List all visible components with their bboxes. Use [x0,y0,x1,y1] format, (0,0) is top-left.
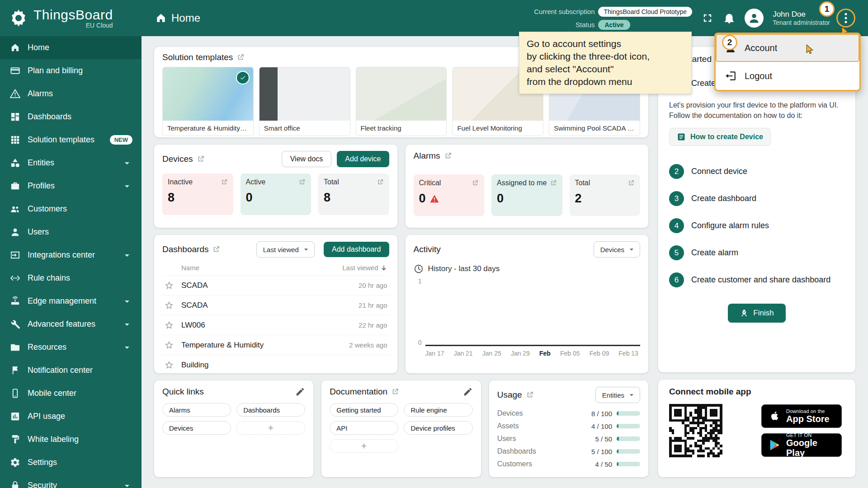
logout-icon [725,70,736,82]
activity-entity-select[interactable]: Devices [594,241,640,258]
sidebar-item-solution-templates[interactable]: Solution templatesNEW [0,128,142,151]
sidebar-item-entities[interactable]: Entities [0,151,142,174]
sidebar-item-dashboards[interactable]: Dashboards [0,105,142,128]
dashboards-card: Dashboards Last viewed Add dashboard Nam… [154,235,397,373]
dashboards-filter-select[interactable]: Last viewed [256,241,315,258]
tile-value: 2 [575,192,582,206]
open-in-new-icon[interactable] [444,152,452,160]
sidebar-item-white-labeling[interactable]: White labeling [0,428,142,451]
star-icon[interactable] [164,340,174,350]
usage-filter-select[interactable]: Entities [595,387,640,403]
tile-label: Active [246,178,266,186]
sidebar-item-plan-and-billing[interactable]: Plan and billing [0,59,142,82]
open-in-new-icon[interactable] [236,53,245,61]
open-in-new-icon[interactable] [526,391,534,399]
add-link-chip[interactable] [330,439,398,453]
dashboard-row[interactable]: SCADA21 hr ago [162,295,389,315]
sidebar-item-rule-chains[interactable]: Rule chains [0,267,142,290]
critical-tile[interactable]: Critical0 [414,174,485,216]
solution-template-temperature-humidity-s[interactable]: Temperature & Humidity S... [162,67,254,136]
subscription-badge[interactable]: ThingsBoard Cloud Prototype [598,7,692,17]
sidebar-item-customers[interactable]: Customers [0,197,142,221]
solution-template-fleet-tracking[interactable]: Fleet tracking [356,67,447,136]
view-docs-button[interactable]: View docs [282,151,332,167]
sidebar-item-advanced-features[interactable]: Advanced features [0,313,142,336]
how-to-create-device-button[interactable]: How to create Device [669,128,771,146]
more-vert-icon[interactable] [839,11,853,25]
add-device-button[interactable]: Add device [337,151,389,167]
link-chip-api[interactable]: API [330,421,398,435]
get-started-step[interactable]: 3Create dashboard [669,191,844,206]
dashboard-row[interactable]: LW00622 hr ago [162,315,389,335]
add-link-chip[interactable] [236,421,305,435]
sidebar-item-alarms[interactable]: Alarms [0,82,142,105]
sidebar-item-notification-center[interactable]: Notification center [0,359,142,382]
dashboard-row[interactable]: SCADA20 hr ago [162,275,389,295]
finish-button[interactable]: Finish [728,304,785,323]
dashboard-name[interactable]: SCADA [181,281,208,290]
sidebar-item-mobile-center[interactable]: Mobile center [0,382,142,405]
dashboard-name[interactable]: Building [181,361,209,370]
star-icon[interactable] [164,360,174,370]
edit-pencil-icon[interactable] [295,387,305,397]
open-in-new-icon [472,179,479,187]
dashboard-row[interactable]: Building [162,355,389,373]
link-chip-device-profiles[interactable]: Device profiles [404,421,472,435]
inactive-tile[interactable]: Inactive8 [162,174,233,215]
avatar[interactable] [745,9,764,28]
sidebar-item-security[interactable]: Security [0,474,142,488]
dashboard-name[interactable]: LW006 [181,321,205,330]
get-started-step[interactable]: 5Create alarm [669,245,844,260]
header: ThingsBoard EU Cloud Home Current subscr… [0,0,868,36]
dashboard-name[interactable]: Temperature & Humidity [181,341,264,350]
sidebar-item-resources[interactable]: Resources [0,336,142,359]
usage-row: Devices8 / 100 [497,409,640,418]
sidebar-item-api-usage[interactable]: API usage [0,405,142,428]
star-icon[interactable] [164,300,174,310]
quick-links-title: Quick links [162,387,204,397]
sidebar-item-home[interactable]: Home [0,36,142,59]
sidebar-item-profiles[interactable]: Profiles [0,174,142,197]
menu-item-logout[interactable]: Logout [716,62,859,90]
fullscreen-icon[interactable] [701,12,714,24]
sidebar-item-users[interactable]: Users [0,221,142,244]
total-tile[interactable]: Total8 [318,174,389,215]
star-icon[interactable] [164,320,174,330]
chart-plot-area [425,277,641,346]
open-in-new-icon[interactable] [212,245,220,253]
get-started-step[interactable]: 4Configure alarm rules [669,218,844,233]
open-in-new-icon[interactable] [391,388,399,396]
link-chip-rule-engine[interactable]: Rule engine [404,403,472,417]
assigned-to-me-tile[interactable]: Assigned to me0 [491,174,562,216]
google-play-badge[interactable]: GET IT ON Google Play [761,433,842,457]
step-number: 2 [669,164,684,179]
notifications-bell-icon[interactable] [723,12,736,24]
menu-item-account[interactable]: Account2 [716,34,859,62]
link-chip-getting-started[interactable]: Getting started [330,403,398,417]
link-chip-alarms[interactable]: Alarms [162,403,231,417]
get-started-step[interactable]: 2Connect device [669,164,844,179]
solution-template-smart-office[interactable]: Smart office [259,67,350,136]
link-chip-devices[interactable]: Devices [162,421,231,435]
dashboard-name[interactable]: SCADA [181,301,208,310]
quick-links-card: Quick links AlarmsDashboardsDevices [154,380,313,477]
header-right: Current subscription ThingsBoard Cloud P… [534,7,868,30]
star-icon[interactable] [164,281,174,291]
app-store-badge[interactable]: Download on the App Store [761,404,842,428]
dashboard-row[interactable]: Temperature & Humidity2 weeks ago [162,335,389,355]
sidebar-item-edge-management[interactable]: Edge management [0,290,142,313]
page-head: Home [155,12,200,24]
more-menu-button[interactable]: 1 [839,11,853,25]
column-last-viewed[interactable]: Last viewed [342,264,387,272]
get-started-step[interactable]: 6Create customer and share dashboard [669,272,844,287]
doc-button-label: How to create Device [690,133,763,141]
sidebar-item-settings[interactable]: Settings [0,451,142,474]
active-tile[interactable]: Active0 [241,174,311,215]
add-dashboard-button[interactable]: Add dashboard [324,242,389,257]
edit-pencil-icon[interactable] [463,387,473,397]
open-in-new-icon[interactable] [197,155,205,163]
sidebar-item-integrations-center[interactable]: Integrations center [0,244,142,267]
link-chip-dashboards[interactable]: Dashboards [236,403,305,417]
total-tile[interactable]: Total2 [570,174,641,216]
dashboards-table-body: SCADA20 hr agoSCADA21 hr agoLW00622 hr a… [162,275,389,373]
